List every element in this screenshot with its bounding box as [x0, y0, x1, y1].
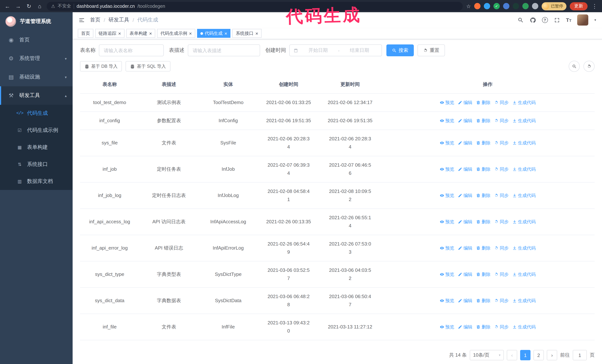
help-icon[interactable]: ?	[542, 17, 548, 23]
preview-link[interactable]: 预览	[440, 218, 454, 226]
generate-code-link[interactable]: 生成代码	[512, 139, 536, 147]
delete-link[interactable]: 删除	[476, 165, 491, 173]
generate-code-link[interactable]: 生成代码	[512, 165, 536, 173]
generate-code-link[interactable]: 生成代码	[512, 191, 536, 200]
generate-code-link[interactable]: 生成代码	[512, 323, 536, 331]
generate-code-link[interactable]: 生成代码	[512, 117, 536, 125]
page-size-select[interactable]: 10条/页 ▾	[470, 350, 504, 360]
sync-link[interactable]: 同步	[494, 218, 509, 226]
sidebar-item-gear[interactable]: ⚙系统管理▾	[0, 49, 73, 68]
edit-link[interactable]: 编辑	[458, 270, 472, 279]
github-icon[interactable]	[530, 17, 536, 23]
search-button[interactable]: 搜索	[387, 44, 414, 56]
sync-link[interactable]: 同步	[494, 139, 509, 147]
fox-extension-icon[interactable]	[474, 3, 481, 9]
browser-reload-icon[interactable]: ↻	[25, 3, 32, 10]
preview-link[interactable]: 预览	[440, 165, 454, 173]
delete-link[interactable]: 删除	[476, 191, 491, 200]
delete-link[interactable]: 删除	[476, 323, 491, 331]
preview-link[interactable]: 预览	[440, 323, 454, 331]
prev-page-button[interactable]: ‹	[507, 350, 517, 360]
edit-link[interactable]: 编辑	[458, 323, 472, 331]
page-button-2[interactable]: 2	[533, 350, 544, 360]
edit-link[interactable]: 编辑	[458, 297, 472, 305]
tab-1[interactable]: 链路追踪×	[95, 29, 124, 38]
submenu-item-database[interactable]: ▥数据库文档	[0, 173, 73, 190]
sync-link[interactable]: 同步	[494, 117, 509, 125]
sync-link[interactable]: 同步	[494, 297, 509, 305]
preview-link[interactable]: 预览	[440, 117, 454, 125]
preview-link[interactable]: 预览	[440, 297, 454, 305]
import-db-button[interactable]: 基于 DB 导入	[80, 61, 122, 72]
font-size-icon[interactable]: TT	[566, 17, 571, 23]
sync-link[interactable]: 同步	[494, 323, 509, 331]
puzzle-extension-icon[interactable]	[532, 3, 538, 9]
create-time-range-picker[interactable]: 开始日期 - 结束日期	[289, 44, 382, 56]
browser-menu-icon[interactable]: ⋮	[591, 3, 598, 10]
preview-link[interactable]: 预览	[440, 191, 454, 200]
generate-code-link[interactable]: 生成代码	[512, 297, 536, 305]
import-sql-button[interactable]: 基于 SQL 导入	[126, 61, 170, 72]
caret-down-icon[interactable]: ▾	[594, 18, 596, 22]
drop-extension-icon[interactable]	[484, 3, 490, 9]
dark-extension-icon[interactable]	[513, 3, 519, 9]
generate-code-link[interactable]: 生成代码	[512, 244, 536, 252]
close-icon[interactable]: ×	[118, 31, 121, 36]
refresh-table-button[interactable]	[583, 61, 595, 72]
preview-link[interactable]: 预览	[440, 244, 454, 252]
goto-page-input[interactable]	[573, 350, 587, 360]
address-bar[interactable]: ⚠ 不安全 dashboard.yudao.iocoder.cn/tool/co…	[47, 2, 463, 10]
page-button-1[interactable]: 1	[520, 350, 530, 360]
table-name-input[interactable]	[99, 44, 164, 56]
delete-link[interactable]: 删除	[476, 244, 491, 252]
browser-profile-chip[interactable]: 已暂停	[542, 2, 566, 10]
sync-link[interactable]: 同步	[494, 244, 509, 252]
close-icon[interactable]: ×	[189, 31, 192, 36]
sync-link[interactable]: 同步	[494, 98, 509, 107]
submenu-item-example[interactable]: ☑代码生成示例	[0, 122, 73, 139]
submenu-item-api[interactable]: ⇅系统接口	[0, 156, 73, 173]
tab-0[interactable]: 首页	[78, 29, 93, 38]
generate-code-link[interactable]: 生成代码	[512, 270, 536, 279]
close-icon[interactable]: ×	[225, 31, 227, 36]
tab-3[interactable]: 代码生成示例×	[157, 29, 195, 38]
browser-update-button[interactable]: 更新	[570, 2, 588, 10]
search-icon[interactable]	[517, 17, 524, 23]
edit-link[interactable]: 编辑	[458, 165, 472, 173]
edit-link[interactable]: 编辑	[458, 191, 472, 200]
sidebar-item-home[interactable]: ◉首页	[0, 31, 73, 49]
sync-link[interactable]: 同步	[494, 165, 509, 173]
next-page-button[interactable]: ›	[547, 350, 557, 360]
delete-link[interactable]: 删除	[476, 270, 491, 279]
delete-link[interactable]: 删除	[476, 139, 491, 147]
people-extension-icon[interactable]	[503, 3, 509, 9]
edit-link[interactable]: 编辑	[458, 98, 472, 107]
sync-link[interactable]: 同步	[494, 270, 509, 279]
generate-code-link[interactable]: 生成代码	[512, 218, 536, 226]
app-logo[interactable]: 芋道管理系统	[0, 12, 73, 31]
edit-link[interactable]: 编辑	[458, 218, 472, 226]
close-icon[interactable]: ×	[149, 31, 152, 36]
delete-link[interactable]: 删除	[476, 117, 491, 125]
sidebar-item-infra[interactable]: ▤基础设施▾	[0, 68, 73, 86]
check-extension-icon[interactable]: ✓	[494, 3, 500, 9]
submenu-item-form[interactable]: ▦表单构建	[0, 139, 73, 156]
hamburger-icon[interactable]	[78, 17, 85, 23]
close-icon[interactable]: ×	[255, 31, 258, 36]
edit-link[interactable]: 编辑	[458, 139, 472, 147]
browser-back-icon[interactable]: ←	[4, 3, 11, 9]
generate-code-link[interactable]: 生成代码	[512, 98, 536, 107]
toggle-search-button[interactable]	[569, 61, 580, 72]
breadcrumb-item[interactable]: 研发工具	[108, 17, 129, 23]
delete-link[interactable]: 删除	[476, 98, 491, 107]
user-avatar[interactable]	[577, 15, 589, 26]
table-desc-input[interactable]	[188, 44, 260, 56]
sync-link[interactable]: 同步	[494, 191, 509, 200]
browser-forward-icon[interactable]: →	[14, 3, 22, 9]
preview-link[interactable]: 预览	[440, 98, 454, 107]
leaf-extension-icon[interactable]	[522, 3, 529, 9]
tab-2[interactable]: 表单构建×	[126, 29, 155, 38]
delete-link[interactable]: 删除	[476, 218, 491, 226]
delete-link[interactable]: 删除	[476, 297, 491, 305]
browser-home-icon[interactable]: ⌂	[36, 3, 43, 9]
